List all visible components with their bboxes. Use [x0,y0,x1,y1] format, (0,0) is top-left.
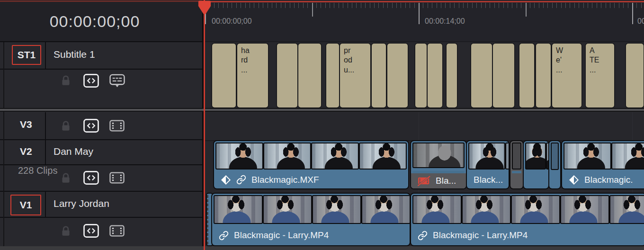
subtitle-clip[interactable] [626,44,644,107]
clip-thumbnails [562,141,644,171]
subtitle-clip[interactable] [415,44,427,107]
ruler-minor-tick [565,3,566,8]
clip-filename: Black... [474,175,503,185]
video-clip[interactable]: Blackmagic - Larry.MP4 [212,194,410,245]
subtitle-clip[interactable] [519,44,534,107]
clip-thumbnails [411,194,644,225]
ruler-minor-tick [517,3,517,8]
auto-select-icon[interactable] [83,74,99,88]
captions-icon[interactable] [109,74,125,88]
ruler-minor-tick [285,3,286,8]
ruler-minor-tick [250,3,250,8]
subtitle-clip[interactable]: W e' ... [552,44,581,107]
timeline-ruler[interactable]: 00:00:00;0000:00:14;0000 [205,0,644,41]
subtitle-clip[interactable] [277,44,297,107]
video-clip[interactable]: Black... [467,141,509,188]
clip-label-bar: Bla... [411,173,466,188]
lock-icon[interactable] [60,225,72,237]
ruler-minor-tick [307,3,308,8]
playhead-marker[interactable] [197,0,212,17]
auto-select-icon[interactable] [83,119,99,133]
ruler-minor-tick [454,3,455,8]
video-clip[interactable]: Blackmagic - Larry.MP4 [411,194,644,245]
ruler-minor-tick [223,3,224,8]
clip-thumbnails [214,141,408,171]
video-clip[interactable]: Blackmagic. [562,141,644,188]
ruler-minor-tick [227,3,228,8]
link-icon [418,231,428,241]
ruler-minor-tick [574,3,575,8]
subtitle-clip[interactable] [536,44,551,107]
track-badge-v3[interactable]: V3 [20,119,32,130]
subtitle-clip[interactable] [387,44,408,107]
timeline-area[interactable]: 00:00:00;0000:00:14;0000 ha rd ...pr od … [205,0,644,250]
ruler-minor-tick [481,3,482,8]
subtitle-clip[interactable]: pr od u... [340,44,370,107]
ruler-timecode-label: 00 [637,17,644,26]
video-thumbnail [546,143,548,170]
track-badge-st1[interactable]: ST1 [12,45,41,65]
ruler-minor-tick [428,3,428,8]
subtitle-clip[interactable] [298,44,321,107]
film-frame-icon[interactable] [109,120,125,132]
video-thumbnail [312,195,361,224]
ruler-minor-tick [521,3,521,8]
slug-clip[interactable] [510,141,523,188]
ruler-mid-tick [526,3,527,17]
lock-icon[interactable] [60,74,72,87]
track-row-v2[interactable]: V2 Dan May [0,140,204,165]
ruler-minor-tick [414,3,415,8]
auto-select-icon[interactable] [83,224,99,238]
track-row-v1[interactable]: V1 Larry Jordan [0,192,204,218]
video-clip[interactable]: Blackmagic.MXF [214,141,408,188]
subtitle-clip[interactable] [428,44,442,107]
subtitle-clip[interactable] [493,44,514,107]
ruler-minor-tick [463,3,464,8]
ruler-minor-tick [641,3,642,8]
clip-label-bar: Blackmagic - Larry.MP4 [212,225,410,245]
track-name-v1[interactable]: Larry Jordan [54,198,109,209]
ruler-minor-tick [254,3,254,8]
subtitle-clip[interactable]: A TE ... [586,44,614,107]
video-thumbnail [263,143,311,170]
track-badge-v1[interactable]: V1 [10,195,41,215]
track-name-v2[interactable]: Dan May [54,146,93,157]
lock-icon[interactable] [60,120,72,132]
subtitle-clip[interactable] [326,44,339,107]
ruler-major-tick [632,3,633,24]
video-clip[interactable] [549,141,560,188]
link-icon [236,175,246,185]
video-clip[interactable] [207,194,212,245]
ruler-minor-tick [396,3,397,8]
auto-select-icon[interactable] [83,171,99,185]
track-group-divider[interactable] [0,108,644,112]
subtitle-clip[interactable] [372,44,386,107]
track-row-v3[interactable]: V3 [0,112,204,140]
video-thumbnail [611,143,644,170]
track-row-st1[interactable]: ST1 Subtitle 1 [0,42,204,70]
link-icon [219,231,229,241]
playhead-line[interactable] [204,0,205,250]
subtitle-clip[interactable] [212,44,236,107]
offline-clip[interactable]: Bla... [411,141,466,188]
ruler-minor-tick [530,3,530,8]
subtitle-clip[interactable] [447,44,457,107]
lock-icon[interactable] [60,172,72,184]
ruler-minor-tick [485,3,486,8]
bottom-divider[interactable] [0,246,644,250]
ruler-minor-tick [383,3,384,8]
ruler-minor-tick [561,3,562,8]
subtitle-clip[interactable]: ha rd ... [237,44,268,107]
video-clip[interactable] [524,141,548,188]
subtitle-clip[interactable] [471,44,492,107]
track-name-st1[interactable]: Subtitle 1 [54,49,95,60]
ruler-minor-tick [339,3,339,8]
empty-thumbnail [551,143,559,170]
film-frame-icon[interactable] [109,225,125,237]
film-frame-icon[interactable] [109,172,125,184]
track-badge-v2[interactable]: V2 [20,146,32,157]
clip-filename: Blackmagic - Larry.MP4 [234,230,329,241]
ruler-minor-tick [606,3,606,8]
video-thumbnail [468,143,505,170]
ruler-minor-tick [579,3,579,8]
